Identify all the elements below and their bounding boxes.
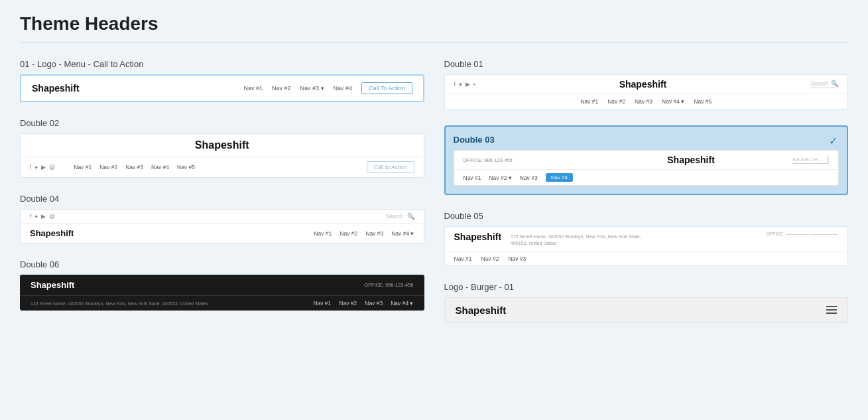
header-01-cta[interactable]: Call To Action <box>361 82 412 94</box>
d01-social-t: ♦ <box>459 81 462 88</box>
double04-logo: Shapeshift <box>30 228 74 238</box>
d04-nav-4: Nav #4 <box>391 230 414 237</box>
section-double06-label: Double 06 <box>20 259 424 269</box>
d04-social-yt: ▶ <box>41 213 46 220</box>
double01-top: f ♦ ▶ ▪ Shapeshift Search 🔍 <box>445 75 848 94</box>
d01-social-yt: ▶ <box>465 81 470 88</box>
double06-office: OFFICE: 986-123-456 <box>364 282 413 288</box>
double06-bottom: 123 Street Name, 400052 Brooklyn, New Yo… <box>20 296 424 311</box>
d03-nav-active: Nav #4 <box>546 173 573 182</box>
section-double03[interactable]: Double 03 ✓ OFFICE: 986-123-456 Shapeshi… <box>444 125 849 195</box>
d06-nav-3: Nav #3 <box>365 300 383 307</box>
section-01-label: 01 - Logo - Menu - Call to Action <box>20 59 424 69</box>
double04-nav: Nav #1 Nav #2 Nav #3 Nav #4 <box>314 230 414 237</box>
header-double03-preview[interactable]: OFFICE: 986-123-456 Shapeshift SEARCH...… <box>454 150 839 186</box>
header-double05-preview[interactable]: Shapeshift 175 Street Name, 400052 Brook… <box>444 226 849 266</box>
header-double04-preview[interactable]: f ♦ ▶ @ Search 🔍 Shapeshift Nav #1 Nav #… <box>20 209 424 244</box>
d02-nav-5: Nav #5 <box>177 164 195 171</box>
double02-logo: Shapeshift <box>195 139 249 151</box>
logo-burger01-logo: Shapeshift <box>456 305 507 316</box>
section-double02: Double 02 Shapeshift f ♦ ▶ @ Nav #1 Nav … <box>20 118 424 178</box>
burger-icon[interactable] <box>826 306 837 314</box>
d02-nav-4: Nav #4 <box>151 164 169 171</box>
double02-top: Shapeshift <box>21 134 424 157</box>
double05-logo: Shapeshift <box>454 232 502 242</box>
d05-nav-1: Nav #1 <box>454 255 472 262</box>
d05-nav-2: Nav #2 <box>481 255 499 262</box>
header-logo-burger01-preview[interactable]: Shapeshift <box>444 297 849 323</box>
page-title: Theme Headers <box>20 13 848 43</box>
double06-nav: Nav #1 Nav #2 Nav #3 Nav #4 <box>313 300 413 307</box>
double04-search[interactable]: Search 🔍 <box>386 213 414 220</box>
d01-nav-3: Nav #3 <box>635 98 652 105</box>
double03-logo: Shapeshift <box>667 155 715 165</box>
double03-office: OFFICE: 986-123-456 <box>464 157 513 163</box>
d06-nav-1: Nav #1 <box>313 300 331 307</box>
d04-nav-1: Nav #1 <box>314 230 332 237</box>
left-column: 01 - Logo - Menu - Call to Action Shapes… <box>20 59 424 323</box>
double05-bottom: Nav #1 Nav #2 Nav #3 <box>445 252 848 265</box>
section-double06: Double 06 Shapeshift OFFICE: 986-123-456… <box>20 259 424 311</box>
social-yt: ▶ <box>41 164 46 171</box>
double03-bottom: Nav #1 Nav #2 Nav #3 Nav #4 <box>454 170 839 185</box>
double04-top: f ♦ ▶ @ Search 🔍 <box>21 210 424 224</box>
section-double01-label: Double 01 <box>444 59 849 69</box>
search-icon: 🔍 <box>407 213 414 220</box>
d04-nav-3: Nav #3 <box>365 230 383 237</box>
double02-social: f ♦ ▶ @ <box>30 164 55 171</box>
d01-nav-1: Nav #1 <box>580 98 598 105</box>
burger-line-2 <box>826 309 837 311</box>
double05-address: 175 Street Name, 400052 Brooklyn, New Yo… <box>511 234 643 247</box>
header-grid: 01 - Logo - Menu - Call to Action Shapes… <box>20 59 848 323</box>
section-double04: Double 04 f ♦ ▶ @ Search 🔍 Shapeshift <box>20 194 424 244</box>
d04-nav-2: Nav #2 <box>340 230 357 237</box>
section-double05: Double 05 Shapeshift 175 Street Name, 40… <box>444 211 849 266</box>
header-double01-preview[interactable]: f ♦ ▶ ▪ Shapeshift Search 🔍 Nav #1 Nav #… <box>444 74 849 109</box>
d06-nav-2: Nav #2 <box>339 300 357 307</box>
d01-nav-4: Nav #4 <box>662 98 684 105</box>
double06-logo: Shapeshift <box>31 280 74 290</box>
nav-item-3: Nav #3 <box>300 85 324 92</box>
social-t: ♦ <box>35 164 38 171</box>
d03-nav-3: Nav #3 <box>520 175 538 181</box>
double03-top: OFFICE: 986-123-456 Shapeshift SEARCH...… <box>454 151 839 170</box>
double01-search[interactable]: Search 🔍 <box>810 80 838 88</box>
right-column: Double 01 f ♦ ▶ ▪ Shapeshift Search 🔍 <box>444 59 849 323</box>
header-double02-preview[interactable]: Shapeshift f ♦ ▶ @ Nav #1 Nav #2 Nav #3 … <box>20 133 424 178</box>
d01-social-f: f <box>454 81 456 88</box>
d01-nav-2: Nav #2 <box>607 98 625 105</box>
section-double02-label: Double 02 <box>20 118 424 128</box>
header-double06-preview[interactable]: Shapeshift OFFICE: 986-123-456 123 Stree… <box>20 275 424 311</box>
double04-bottom: Shapeshift Nav #1 Nav #2 Nav #3 Nav #4 <box>21 224 424 243</box>
double02-cta[interactable]: Call to Action <box>367 161 414 173</box>
search-icon: 🔍 <box>831 80 838 87</box>
section-double05-label: Double 05 <box>444 211 849 221</box>
double01-logo: Shapeshift <box>619 79 667 90</box>
double05-top: Shapeshift 175 Street Name, 400052 Brook… <box>445 227 848 252</box>
header-01-preview[interactable]: Shapeshift Nav #1 Nav #2 Nav #3 Nav #4 C… <box>20 74 424 102</box>
double02-nav: Nav #1 Nav #2 Nav #3 Nav #4 Nav #5 <box>74 164 195 171</box>
d02-nav-3: Nav #3 <box>125 164 143 171</box>
nav-item-2: Nav #2 <box>272 85 291 92</box>
d06-nav-4: Nav #4 <box>391 300 413 307</box>
double03-search-placeholder: SEARCH... <box>792 157 825 163</box>
header-01-logo: Shapeshift <box>32 83 80 94</box>
section-double03-label: Double 03 <box>454 135 839 145</box>
nav-item-1: Nav #1 <box>243 85 263 92</box>
double03-search[interactable]: SEARCH... | <box>792 156 829 164</box>
double02-bottom: f ♦ ▶ @ Nav #1 Nav #2 Nav #3 Nav #4 Nav … <box>21 157 424 177</box>
nav-item-4: Nav #4 <box>334 85 353 92</box>
header-01-nav: Nav #1 Nav #2 Nav #3 Nav #4 <box>243 85 352 92</box>
double04-search-placeholder: Search <box>386 213 404 220</box>
section-logo-burger01: Logo - Burger - 01 Shapeshift <box>444 282 849 323</box>
double01-social: f ♦ ▶ ▪ <box>454 81 475 88</box>
d03-nav-2: Nav #2 <box>489 175 511 181</box>
d01-nav-5: Nav #5 <box>694 98 712 105</box>
social-f: f <box>30 164 32 171</box>
d01-social-sq: ▪ <box>473 81 475 88</box>
logo-burger-inner: Shapeshift <box>445 298 848 322</box>
section-01: 01 - Logo - Menu - Call to Action Shapes… <box>20 59 424 102</box>
d04-social-f: f <box>30 213 32 220</box>
d04-social-at: @ <box>49 213 55 220</box>
search-icon: | <box>828 156 829 163</box>
